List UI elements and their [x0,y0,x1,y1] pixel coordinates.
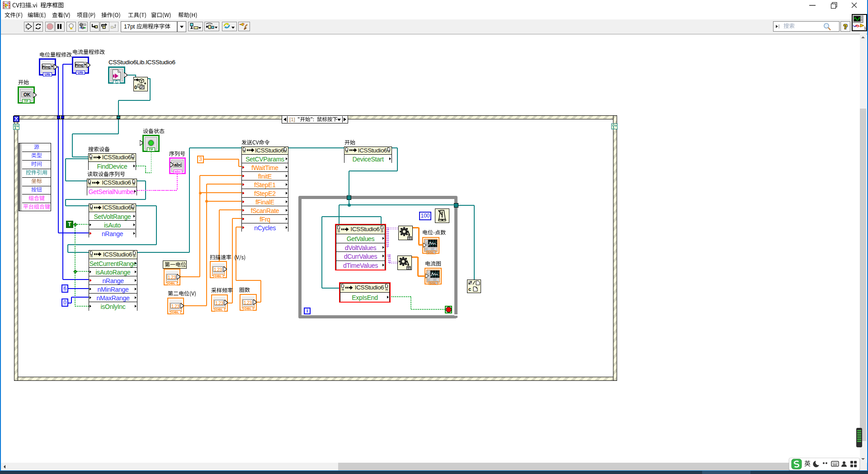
svg-text:00: 00 [428,247,431,251]
svg-text:40: 40 [434,247,437,251]
svg-text:0: 0 [134,85,137,90]
svg-text:c: c [468,286,471,292]
svg-text:00: 00 [430,278,434,281]
svg-text:40: 40 [436,278,439,281]
svg-text:1: 1 [864,26,866,30]
svg-text:2: 2 [425,239,427,242]
svg-text:2: 2 [428,270,429,273]
